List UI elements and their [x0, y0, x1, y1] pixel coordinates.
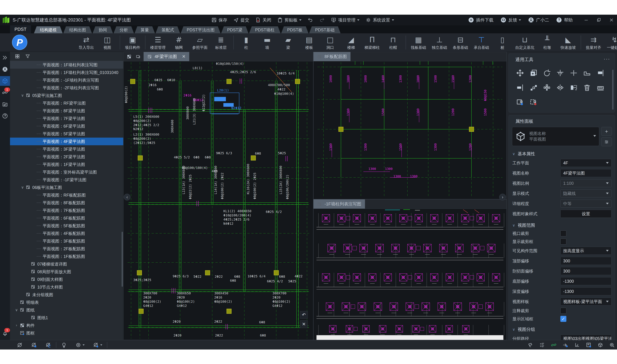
ribbon-tab-4[interactable]: 算量 — [135, 26, 155, 33]
tree-item-view[interactable]: 平面视图：3F板配筋图 — [10, 237, 123, 245]
section-header[interactable]: ∨视图分组 — [512, 326, 615, 332]
switch-window-icon[interactable] — [136, 54, 141, 59]
tree-item-group[interactable]: 明细表 — [10, 299, 123, 306]
list-grid-icon[interactable] — [15, 54, 20, 59]
close-overlay-icon[interactable]: ✕ — [300, 320, 308, 328]
titlebar-plugin[interactable]: 插件下载 — [468, 17, 493, 23]
gt-stair-array[interactable] — [529, 83, 538, 92]
pdst-app-button[interactable]: PDST — [10, 25, 31, 33]
input-顶部偏移[interactable]: 300 — [560, 257, 612, 265]
sb-visibility[interactable] — [75, 342, 85, 348]
tree-item-group[interactable]: ∨图纸 — [10, 306, 123, 314]
tool-custom-pit[interactable]: ⊔自定义基坑 — [513, 33, 537, 52]
menu-save[interactable]: 保存 — [211, 17, 227, 23]
checkbox-unchecked[interactable] — [560, 239, 566, 245]
gt-trim[interactable] — [556, 69, 565, 77]
menu-close-doc[interactable]: 关闭 — [255, 17, 271, 23]
tool-column-pier[interactable]: ╨柱墩 — [537, 33, 558, 52]
tool-opening[interactable]: □洞口 — [320, 33, 341, 52]
rail-expand-panel[interactable] — [0, 53, 10, 63]
tool-grid-axis[interactable]: #轴网 — [168, 33, 189, 52]
tree-item-view[interactable]: 平面视图：5F梁平法图 — [10, 130, 123, 138]
minimize-button[interactable] — [584, 17, 589, 23]
tool-stairs[interactable]: ◢楼梯 — [341, 33, 362, 52]
select-显示模式[interactable]: 隐藏线 — [560, 189, 612, 197]
rail-help-circle[interactable] — [0, 111, 10, 121]
tool-stair-beam-column[interactable]: Π梯梁梯柱 — [362, 33, 383, 52]
ribbon-tab-1[interactable]: 结构出图 — [63, 26, 92, 33]
property-settings-button[interactable] — [601, 137, 612, 146]
gt-end-align[interactable] — [516, 83, 524, 92]
tree-item-view[interactable]: 平面视图：RF板配筋图 — [10, 191, 123, 199]
more-options-icon[interactable]: ··· — [604, 56, 610, 62]
tree-item-view[interactable]: 平面视图：2F梁平法图 — [10, 153, 123, 161]
tool-column[interactable]: ▮柱 — [236, 33, 257, 52]
section-header[interactable]: ∨基本属性 — [512, 151, 615, 157]
ribbon-tab-5[interactable]: 装配式 — [155, 26, 180, 33]
tree-item-view[interactable]: 平面视图：室外标高梁平法图 — [10, 168, 123, 176]
redo-icon[interactable] — [319, 17, 325, 23]
ribbon-tab-0[interactable]: 结构建模 — [34, 26, 63, 33]
gt-rotate[interactable] — [542, 69, 551, 77]
section-header[interactable]: ∨视图范围 — [512, 222, 615, 228]
gt-measure[interactable] — [596, 83, 605, 92]
button-视图对象样式[interactable]: 设置 — [560, 210, 612, 218]
tree-item-view[interactable]: 平面视图：1F墙柱列表注写图 — [10, 61, 123, 69]
ribbon-tab-7[interactable]: PDST梁 — [221, 26, 248, 33]
tree-item-group[interactable]: 未分组视图 — [10, 291, 123, 299]
tool-batch-align[interactable]: ⇉批量对齐 — [583, 33, 604, 52]
gt-match-properties-region[interactable] — [529, 98, 538, 107]
tool-slab[interactable]: ▤楼板 — [299, 33, 320, 52]
tab-close-icon[interactable]: ✕ — [182, 54, 186, 59]
chevron-down-icon[interactable]: ∨ — [21, 185, 24, 190]
tree-item-group[interactable]: 09剖面大样图 — [10, 275, 123, 283]
ribbon-tab-6[interactable]: PDST平法出图 — [181, 26, 220, 33]
undo-icon[interactable] — [308, 17, 313, 23]
sb-hide-category[interactable] — [31, 342, 37, 348]
add-property-button[interactable]: ＋ — [601, 127, 612, 136]
tree-item-view[interactable]: 平面视图：-2F墙柱列表注写图 — [10, 84, 123, 92]
tree-item-view[interactable]: 平面视图：7F板配筋图 — [10, 207, 123, 214]
gt-mirror[interactable] — [556, 83, 565, 92]
sb-hide-element[interactable] — [17, 342, 23, 348]
tree-item-group[interactable]: 08局部平面放大图 — [10, 268, 123, 275]
maximize-button[interactable] — [596, 17, 601, 23]
sb-sheet-panel[interactable] — [586, 342, 592, 348]
menu-clipboard[interactable]: 剪贴板 — [277, 17, 301, 23]
pdst-logo-icon[interactable]: P — [12, 35, 27, 50]
sb-box3d[interactable] — [597, 342, 603, 348]
tool-beam[interactable]: ▰梁 — [278, 33, 299, 52]
tree-item-view[interactable]: 平面视图：2F板配筋图 — [10, 245, 123, 253]
tree-item-view[interactable]: 平面视图：8F板配筋图 — [10, 199, 123, 207]
chevron-down-icon[interactable]: ∨ — [21, 93, 24, 98]
type-selector[interactable]: 视图名称 平面视图 — [512, 127, 599, 146]
tree-item-view[interactable]: 平面视图：RF梁平法图 — [10, 99, 123, 107]
input-视图名称[interactable]: 4F梁平法图 — [560, 169, 612, 177]
chevron-right-icon[interactable]: › — [15, 323, 18, 327]
beam-plan-drawing[interactable]: L8(1)Φ10@100/150(4)4Φ25;2Φ25 2/610Φ25 6/… — [124, 61, 313, 340]
sb-link-manage[interactable] — [551, 342, 557, 348]
checkbox-checked[interactable]: ✓ — [560, 316, 566, 322]
tool-reference-plane[interactable]: ▱参照平面 — [189, 33, 210, 52]
sb-corner-snap[interactable] — [574, 342, 580, 348]
gt-align-right[interactable] — [596, 69, 605, 77]
rail-bell[interactable]: 1 — [0, 328, 10, 338]
menu-monitor[interactable]: 项目管理 — [331, 17, 360, 23]
gt-array[interactable] — [542, 83, 551, 92]
sb-zoom-extents[interactable] — [609, 342, 615, 348]
panel-expand-arrow[interactable]: › — [499, 194, 506, 200]
tree-item-view[interactable]: 平面视图：6F板配筋图 — [10, 214, 123, 222]
sb-worksets-list[interactable] — [539, 342, 545, 348]
tool-pile[interactable]: ▯桩 — [492, 33, 513, 52]
tool-quick-slope[interactable]: ◣快速放坡 — [558, 33, 579, 52]
tree-item-view[interactable]: 平面视图：-1F墙柱列表注写图 — [10, 76, 123, 84]
tree-item-group[interactable]: ∨05梁平法施工图 — [10, 92, 123, 99]
tree-item-frame[interactable]: 图框 — [10, 329, 123, 337]
gt-copy[interactable] — [529, 69, 538, 77]
tree-item-view[interactable]: 平面视图：3F梁平法图 — [10, 145, 123, 153]
rail-link[interactable]: 1 — [0, 88, 10, 97]
tree-item-view[interactable]: 平面视图：7F梁平法图 — [10, 115, 123, 122]
gt-move[interactable] — [516, 69, 524, 77]
tree-item-view[interactable]: 平面视图：1F板配筋图 — [10, 253, 123, 260]
input-剖切面偏移[interactable]: 300 — [560, 267, 612, 275]
